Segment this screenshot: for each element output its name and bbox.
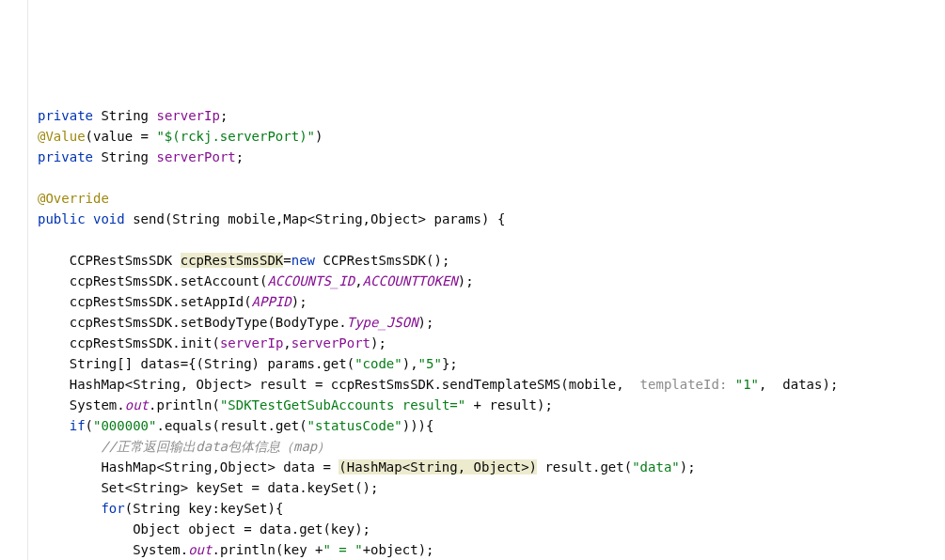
code-line: ccpRestSmsSDK.setAccount(ACCOUNTS_ID,ACC… bbox=[38, 271, 945, 291]
code-line: String[] datas={(String) params.get("cod… bbox=[38, 353, 945, 374]
code-line: for(String key:keySet){ bbox=[38, 498, 945, 519]
code-editor[interactable]: private String serverIp;@Value(value = "… bbox=[38, 105, 945, 560]
code-line: System.out.println("SDKTestGetSubAccount… bbox=[38, 395, 945, 415]
code-line bbox=[38, 167, 945, 188]
code-line: Object object = data.get(key); bbox=[38, 519, 945, 539]
code-line: @Value(value = "$(rckj.serverPort)") bbox=[38, 126, 945, 147]
code-line: ccpRestSmsSDK.setAppId(APPID); bbox=[38, 291, 945, 312]
code-line: public void send(String mobile,Map<Strin… bbox=[38, 209, 945, 229]
code-line bbox=[38, 229, 945, 250]
code-line: System.out.println(key +" = "+object); bbox=[38, 539, 945, 560]
code-line: //正常返回输出data包体信息（map） bbox=[38, 436, 945, 457]
code-line: HashMap<String,Object> data = (HashMap<S… bbox=[38, 457, 945, 477]
code-line: if("000000".equals(result.get("statusCod… bbox=[38, 415, 945, 436]
code-line: CCPRestSmsSDK ccpRestSmsSDK=new CCPRestS… bbox=[38, 250, 945, 271]
gutter bbox=[0, 0, 28, 560]
code-line: private String serverIp; bbox=[38, 105, 945, 126]
code-line: Set<String> keySet = data.keySet(); bbox=[38, 477, 945, 498]
code-line: HashMap<String, Object> result = ccpRest… bbox=[38, 374, 945, 395]
code-line: ccpRestSmsSDK.setBodyType(BodyType.Type_… bbox=[38, 312, 945, 333]
code-line: @Override bbox=[38, 188, 945, 209]
code-line: private String serverPort; bbox=[38, 147, 945, 167]
code-line: ccpRestSmsSDK.init(serverIp,serverPort); bbox=[38, 333, 945, 353]
